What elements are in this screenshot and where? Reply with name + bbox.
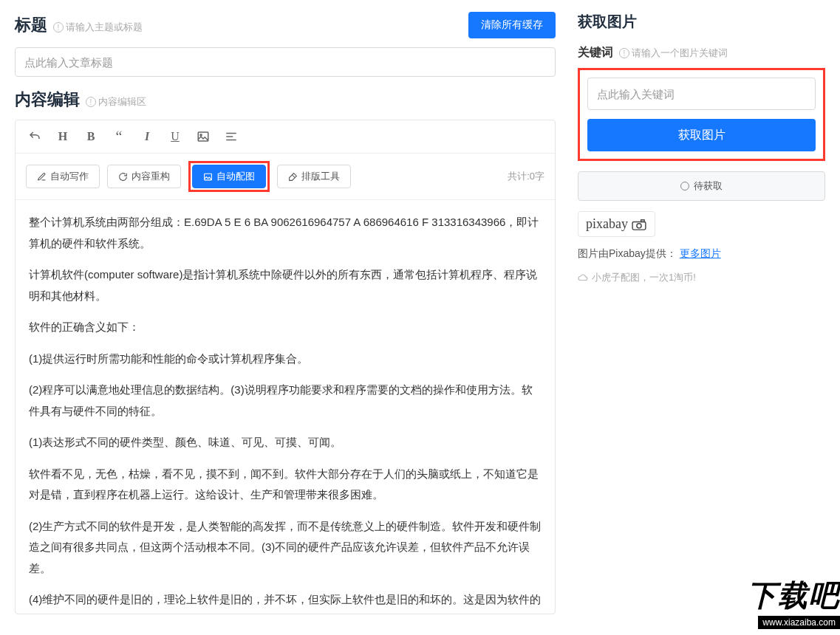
title-header: 标题 ! 请输入主题或标题 清除所有缓存 xyxy=(15,12,556,38)
footnote: 小虎子配图，一次1淘币! xyxy=(578,271,825,284)
editor-content[interactable]: 整个计算机系统由两部分组成：E.69DA 5 E 6 BA 9062616964… xyxy=(16,200,555,614)
keyword-input[interactable] xyxy=(587,78,816,110)
content-paragraph: (4)维护不同的硬件是旧的，理论上软件是旧的，并不坏，但实际上软件也是旧的和坏的… xyxy=(29,589,542,614)
title-hint: ! 请输入主题或标题 xyxy=(53,21,143,34)
watermark: 下载吧 www.xiazaiba.com xyxy=(747,575,840,629)
cloud-icon xyxy=(578,272,588,283)
camera-icon xyxy=(631,219,647,230)
content-paragraph: 整个计算机系统由两部分组成：E.69DA 5 E 6 BA 9062616964… xyxy=(29,212,542,254)
svg-rect-8 xyxy=(641,219,644,222)
editor: H B “ I U 自动写作 内容重构 xyxy=(15,120,556,614)
watermark-url: www.xiazaiba.com xyxy=(758,616,840,629)
content-hint: ! 内容编辑区 xyxy=(86,95,146,109)
more-images-link[interactable]: 更多图片 xyxy=(680,247,721,259)
word-count: 共计:0字 xyxy=(508,170,544,183)
auto-image-highlight: 自动配图 xyxy=(188,161,270,192)
svg-point-7 xyxy=(637,223,641,227)
image-credit: 图片由Pixabay提供： 更多图片 xyxy=(578,247,825,261)
keyword-highlight-box: 获取图片 xyxy=(578,68,825,161)
keyword-header: 关键词 ! 请输入一个图片关键词 xyxy=(578,45,825,61)
content-label: 内容编辑 xyxy=(15,89,80,111)
title-label: 标题 xyxy=(15,14,47,36)
bold-icon[interactable]: B xyxy=(82,128,100,145)
undo-icon[interactable] xyxy=(26,128,44,145)
title-input[interactable] xyxy=(15,47,556,77)
content-paragraph: (1)表达形式不同的硬件类型、颜色、味道、可见、可摸、可闻。 xyxy=(29,432,542,453)
watermark-logo: 下载吧 xyxy=(747,575,840,616)
content-paragraph: (2)程序可以满意地处理信息的数据结构。(3)说明程序功能要求和程序需要的文档的… xyxy=(29,380,542,422)
quote-icon[interactable]: “ xyxy=(110,128,128,145)
format-toolbar: H B “ I U xyxy=(16,120,555,154)
content-paragraph: 软件看不见，无色，枯燥，看不见，摸不到，闻不到。软件大部分存在于人们的头脑或纸上… xyxy=(29,464,542,506)
content-paragraph: 软件的正确含义如下： xyxy=(29,317,542,338)
keyword-label: 关键词 xyxy=(578,45,613,61)
content-paragraph: (1)提供运行时所需功能和性能的命令或计算机程序集合。 xyxy=(29,349,542,370)
keyword-hint: ! 请输入一个图片关键词 xyxy=(619,47,728,60)
italic-icon[interactable]: I xyxy=(138,128,156,145)
svg-point-1 xyxy=(200,134,202,136)
info-icon: ! xyxy=(86,97,96,107)
info-icon: ! xyxy=(53,22,64,32)
underline-icon[interactable]: U xyxy=(166,128,184,145)
circle-icon xyxy=(680,182,689,190)
action-toolbar: 自动写作 内容重构 自动配图 排版工具 共计:0字 xyxy=(16,154,555,200)
pixabay-badge: pixabay xyxy=(578,211,655,237)
content-header: 内容编辑 ! 内容编辑区 xyxy=(15,89,556,111)
content-paragraph: 计算机软件(computer software)是指计算机系统中除硬件以外的所有… xyxy=(29,264,542,306)
auto-image-button[interactable]: 自动配图 xyxy=(192,165,266,188)
image-icon[interactable] xyxy=(194,128,212,145)
info-icon: ! xyxy=(619,48,629,58)
heading-icon[interactable]: H xyxy=(54,128,72,145)
pending-button[interactable]: 待获取 xyxy=(578,171,825,201)
align-left-icon[interactable] xyxy=(222,128,240,145)
content-paragraph: (2)生产方式不同的软件是开发，是人类智能的高发挥，而不是传统意义上的硬件制造。… xyxy=(29,516,542,580)
layout-tool-button[interactable]: 排版工具 xyxy=(277,165,351,188)
clear-cache-button[interactable]: 清除所有缓存 xyxy=(468,12,556,38)
sidebar-title: 获取图片 xyxy=(578,12,825,32)
fetch-image-button[interactable]: 获取图片 xyxy=(587,119,816,151)
auto-write-button[interactable]: 自动写作 xyxy=(26,165,100,188)
restructure-button[interactable]: 内容重构 xyxy=(107,165,181,188)
